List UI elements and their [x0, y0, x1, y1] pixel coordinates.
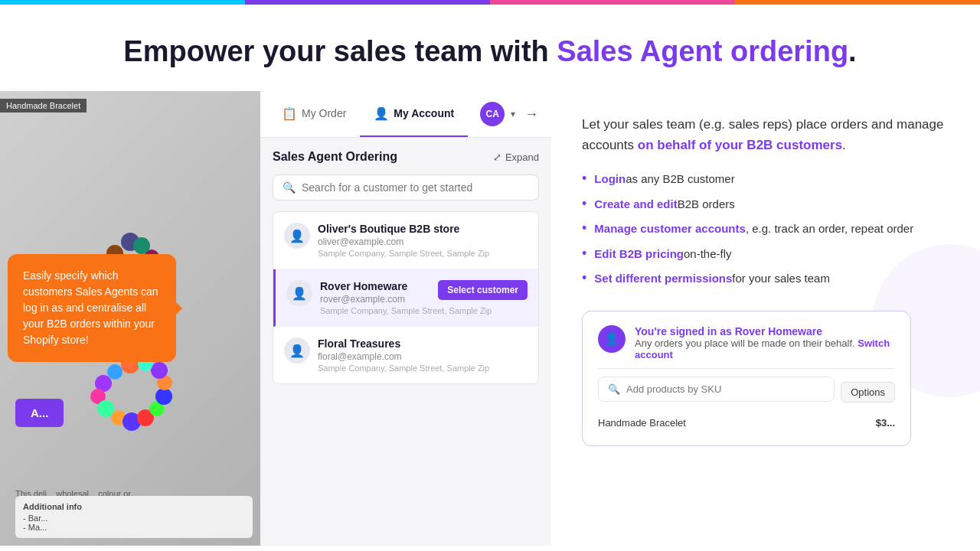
svg-point-14	[133, 237, 150, 254]
signed-in-sub: Any orders you place will be made on the…	[635, 337, 895, 360]
customer-list: 👤 Oliver's Boutique B2B store oliver@exa…	[273, 211, 539, 384]
feature-item-manage: Manage customer accounts, e.g. track an …	[582, 220, 949, 238]
svg-point-26	[151, 362, 168, 379]
customer-item-rover[interactable]: 👤 Rover Homeware rover@example.com Sampl…	[273, 269, 538, 327]
add-to-cart-button[interactable]: A...	[15, 399, 64, 427]
customer-item-oliver[interactable]: 👤 Oliver's Boutique B2B store oliver@exa…	[273, 212, 538, 269]
customer-info-floral: Floral Treasures floral@example.com Samp…	[318, 337, 528, 373]
product-label: Handmade Bracelet	[0, 99, 87, 112]
divider	[598, 368, 895, 369]
svg-point-16	[107, 364, 122, 380]
avatar-area: CA ▾ →	[468, 91, 554, 137]
expand-button[interactable]: ⤢ Expand	[493, 152, 539, 163]
left-panel: Handmade Bracelet Easily specify which c…	[0, 91, 260, 546]
sao-panel: Sales Agent Ordering ⤢ Expand 🔍 👤 Oliver…	[260, 138, 551, 546]
order-icon: 📋	[282, 106, 297, 121]
main-layout: Handmade Bracelet Easily specify which c…	[0, 91, 980, 546]
customer-avatar-oliver: 👤	[284, 223, 310, 249]
tab-bar: 📋 My Order 👤 My Account CA ▾ →	[260, 91, 551, 138]
additional-info-box: Additional info - Bar... - Ma...	[15, 496, 253, 538]
account-icon: 👤	[374, 106, 389, 121]
product-row: Handmade Bracelet $3...	[598, 414, 895, 432]
sku-search-icon: 🔍	[608, 383, 620, 395]
page-header: Empower your sales team with Sales Agent…	[0, 5, 980, 91]
customer-avatar-floral: 👤	[284, 337, 310, 364]
customer-search-input[interactable]	[302, 181, 529, 194]
chevron-down-icon[interactable]: ▾	[511, 109, 515, 119]
signed-in-card: 👤 You're signed in as Rover Homeware Any…	[582, 311, 911, 446]
tab-my-order[interactable]: 📋 My Order	[268, 91, 360, 137]
sao-header: Sales Agent Ordering ⤢ Expand	[273, 150, 539, 164]
sao-title: Sales Agent Ordering	[273, 150, 397, 164]
avatar: CA	[480, 102, 505, 126]
add-to-cart-area: A...	[15, 399, 64, 427]
navigate-button[interactable]: →	[521, 103, 541, 126]
customer-item-floral[interactable]: 👤 Floral Treasures floral@example.com Sa…	[273, 327, 538, 383]
svg-point-19	[97, 400, 114, 417]
signed-in-avatar: 👤	[598, 325, 626, 353]
sku-input[interactable]	[626, 383, 825, 395]
customer-info-oliver: Oliver's Boutique B2B store oliver@examp…	[318, 223, 528, 258]
customer-avatar-rover: 👤	[286, 280, 312, 306]
feature-item-login: Login as any B2B customer	[582, 171, 949, 188]
sku-row: 🔍 Options	[598, 377, 895, 408]
expand-icon: ⤢	[493, 152, 501, 163]
orange-tooltip: Easily specify which customers Sales Age…	[8, 254, 176, 362]
middle-panel: 📋 My Order 👤 My Account CA ▾ → Sales Age…	[260, 91, 551, 546]
signed-in-text: You're signed in as Rover Homeware Any o…	[635, 325, 895, 360]
right-panel: Let your sales team (e.g. sales reps) pl…	[551, 91, 980, 546]
search-icon: 🔍	[283, 181, 296, 194]
sku-search-box[interactable]: 🔍	[598, 377, 835, 402]
feature-item-pricing: Edit B2B pricing on-the-fly	[582, 246, 949, 263]
right-description: Let your sales team (e.g. sales reps) pl…	[582, 114, 949, 155]
customer-search-box[interactable]: 🔍	[273, 174, 539, 201]
select-customer-button[interactable]: Select customer	[438, 280, 528, 300]
tab-my-account[interactable]: 👤 My Account	[360, 91, 468, 137]
feature-item-create: Create and edit B2B orders	[582, 196, 949, 214]
signed-in-top: 👤 You're signed in as Rover Homeware Any…	[598, 325, 895, 360]
page-title: Empower your sales team with Sales Agent…	[15, 35, 965, 68]
options-button[interactable]: Options	[841, 382, 895, 403]
svg-point-24	[155, 388, 172, 405]
